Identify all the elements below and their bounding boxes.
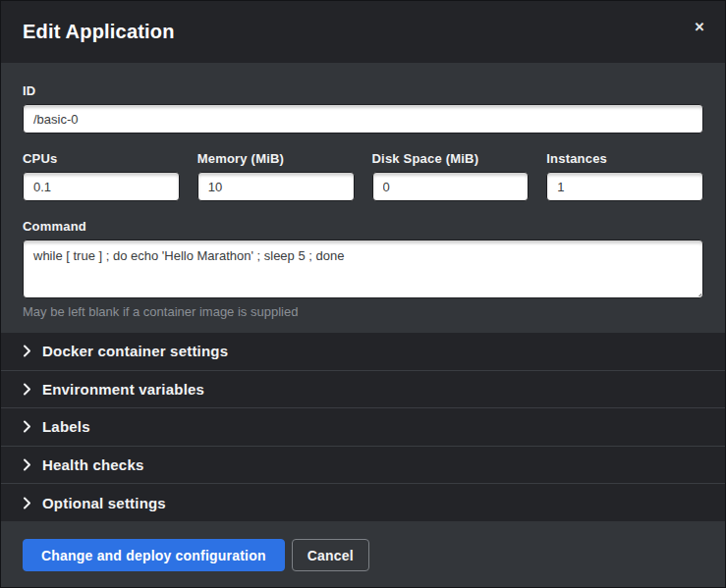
chevron-right-icon: [23, 458, 31, 471]
disk-field-group: Disk Space (MiB): [372, 151, 530, 201]
section-labels[interactable]: Labels: [1, 407, 725, 446]
section-docker-container-settings[interactable]: Docker container settings: [1, 333, 725, 370]
section-optional-settings[interactable]: Optional settings: [1, 483, 725, 521]
instances-field-label: Instances: [546, 151, 703, 166]
edit-application-modal: Edit Application ✕ ID CPUs Memory (MiB) …: [0, 0, 726, 588]
disk-field-label: Disk Space (MiB): [372, 151, 530, 166]
id-field-label: ID: [23, 83, 703, 98]
section-title: Optional settings: [42, 495, 166, 511]
chevron-right-icon: [23, 497, 31, 509]
id-input[interactable]: [23, 104, 703, 134]
command-field-group: Command: [23, 219, 703, 298]
id-field-group: ID: [23, 83, 703, 134]
cpus-input[interactable]: [23, 172, 180, 201]
accordion-sections: Docker container settings Environment va…: [1, 333, 725, 521]
section-title: Docker container settings: [42, 343, 228, 359]
section-health-checks[interactable]: Health checks: [1, 446, 725, 484]
instances-field-group: Instances: [546, 151, 703, 201]
chevron-right-icon: [23, 345, 31, 357]
section-environment-variables[interactable]: Environment variables: [1, 370, 725, 408]
cpus-field-group: CPUs: [23, 151, 180, 201]
command-textarea[interactable]: [23, 240, 703, 298]
close-icon[interactable]: ✕: [688, 15, 711, 38]
memory-field-label: Memory (MiB): [197, 151, 355, 166]
change-and-deploy-button[interactable]: Change and deploy configuration: [23, 539, 285, 571]
chevron-right-icon: [23, 383, 31, 396]
section-title: Health checks: [42, 456, 143, 473]
command-help-text: May be left blank if a container image i…: [23, 304, 703, 319]
memory-input[interactable]: [197, 172, 355, 201]
section-title: Labels: [42, 418, 90, 435]
form-area: ID CPUs Memory (MiB) Disk Space (MiB) In…: [1, 63, 725, 333]
cancel-button[interactable]: Cancel: [292, 539, 369, 571]
command-field-label: Command: [23, 219, 703, 234]
memory-field-group: Memory (MiB): [197, 151, 355, 201]
modal-footer: Change and deploy configuration Cancel: [1, 521, 725, 588]
resources-field-row: CPUs Memory (MiB) Disk Space (MiB) Insta…: [23, 151, 703, 201]
chevron-right-icon: [23, 420, 31, 433]
section-title: Environment variables: [42, 381, 204, 398]
instances-input[interactable]: [546, 172, 703, 201]
cpus-field-label: CPUs: [23, 151, 180, 166]
modal-title: Edit Application: [23, 21, 175, 43]
modal-header: Edit Application ✕: [1, 1, 725, 63]
disk-input[interactable]: [372, 172, 530, 201]
